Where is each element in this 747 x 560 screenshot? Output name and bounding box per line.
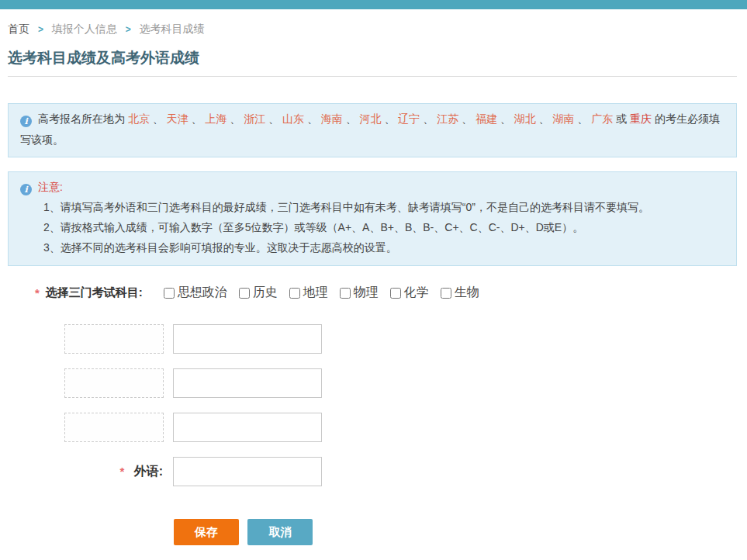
region-notice-text: i高考报名所在地为 北京 、 天津 、 上海 、 浙江 、 山东 、 海南 、 … [20, 109, 725, 150]
chevron-right-icon: > [38, 24, 43, 35]
subject-slot-1 [64, 324, 164, 354]
subject-slot-2 [64, 368, 164, 398]
top-accent-bar [0, 0, 747, 9]
province-link: 北京 [128, 112, 150, 125]
province-link: 福建 [476, 112, 497, 125]
page-title: 选考科目成绩及高考外语成绩 [8, 48, 737, 68]
province-link: 辽宁 [398, 112, 420, 125]
cancel-button[interactable]: 取消 [247, 519, 313, 545]
title-divider [8, 76, 737, 77]
subject-checkbox-label: 生物 [455, 285, 479, 301]
attention-line: 2、请按格式输入成绩，可输入数字（至多5位数字）或等级（A+、A、B+、B、B-… [43, 217, 725, 237]
subject-checkbox-6[interactable] [441, 288, 451, 299]
score-rows [64, 324, 737, 442]
subject-slot-3 [64, 413, 164, 442]
attention-notice-box: i注意: 1、请填写高考外语和三门选考科目的最好成绩，三门选考科目中如有未考、缺… [8, 171, 737, 266]
subject-checkbox-item-4[interactable]: 物理 [340, 285, 379, 301]
subject-checkbox-1[interactable] [164, 288, 175, 299]
province-link-emphasis: 重庆 [630, 112, 652, 125]
score-row-2 [64, 368, 737, 398]
score-input-2[interactable] [173, 368, 322, 398]
attention-title: 注意: [38, 181, 63, 193]
subject-checkbox-3[interactable] [289, 288, 300, 299]
breadcrumb: 首页 > 填报个人信息 > 选考科目成绩 [8, 22, 737, 36]
province-link: 上海 [205, 112, 227, 125]
score-input-3[interactable] [173, 413, 322, 442]
region-notice-box: i高考报名所在地为 北京 、 天津 、 上海 、 浙江 、 山东 、 海南 、 … [8, 103, 737, 157]
province-link: 江苏 [437, 112, 458, 125]
province-link: 山东 [282, 112, 304, 125]
subject-checkbox-label: 地理 [303, 285, 328, 301]
subject-checkbox-group: 思想政治历史地理物理化学生物 [164, 285, 491, 301]
score-row-3 [64, 413, 737, 442]
region-notice-prefix: 高考报名所在地为 [38, 112, 128, 125]
subject-checkbox-label: 物理 [354, 285, 379, 301]
subject-checkbox-5[interactable] [390, 288, 401, 299]
breadcrumb-item-personal-info[interactable]: 填报个人信息 [52, 22, 117, 35]
province-link: 湖北 [514, 112, 536, 125]
subject-checkbox-item-5[interactable]: 化学 [390, 285, 429, 301]
score-input-1[interactable] [173, 324, 322, 354]
subject-checkbox-item-2[interactable]: 历史 [239, 285, 278, 301]
subject-checkbox-item-3[interactable]: 地理 [289, 285, 328, 301]
subjects-select-row: * 选择三门考试科目: 思想政治历史地理物理化学生物 [35, 285, 737, 301]
attention-line: 1、请填写高考外语和三门选考科目的最好成绩，三门选考科目中如有未考、缺考请填写“… [43, 197, 725, 217]
foreign-language-label-box: * 外语: [8, 464, 164, 480]
info-icon: i [20, 184, 32, 195]
subject-checkbox-4[interactable] [340, 288, 351, 299]
province-link: 河北 [360, 112, 382, 125]
required-marker: * [35, 286, 40, 299]
subject-checkbox-label: 思想政治 [178, 285, 227, 301]
page-content: 首页 > 填报个人信息 > 选考科目成绩 选考科目成绩及高考外语成绩 i高考报名… [0, 22, 747, 560]
subjects-label: 选择三门考试科目: [46, 285, 143, 300]
subject-checkbox-label: 历史 [253, 285, 278, 301]
province-list: 北京 、 天津 、 上海 、 浙江 、 山东 、 海南 、 河北 、 辽宁 、 … [128, 112, 652, 125]
subject-checkbox-item-6[interactable]: 生物 [441, 285, 479, 301]
subject-checkbox-item-1[interactable]: 思想政治 [164, 285, 227, 301]
attention-title-row: i注意: [20, 177, 725, 197]
attention-line: 3、选择不同的选考科目会影响可填报的专业。这取决于志愿高校的设置。 [43, 237, 725, 258]
breadcrumb-item-current: 选考科目成绩 [140, 22, 205, 35]
save-button[interactable]: 保存 [174, 519, 239, 545]
province-link: 湖南 [552, 112, 574, 125]
subject-checkbox-2[interactable] [239, 288, 250, 299]
province-link: 天津 [167, 112, 188, 125]
score-row-1 [64, 324, 737, 354]
foreign-language-label: 外语: [134, 465, 163, 478]
required-marker: * [119, 465, 124, 478]
chevron-right-icon: > [126, 24, 131, 35]
province-link: 浙江 [244, 112, 265, 125]
form-actions: 保存 取消 [174, 519, 737, 545]
province-link: 广东 [591, 112, 613, 125]
subject-checkbox-label: 化学 [404, 285, 429, 301]
attention-lines: 1、请填写高考外语和三门选考科目的最好成绩，三门选考科目中如有未考、缺考请填写“… [43, 197, 725, 258]
province-link: 海南 [321, 112, 343, 125]
info-icon: i [20, 116, 32, 127]
breadcrumb-item-home[interactable]: 首页 [8, 22, 29, 35]
foreign-language-input[interactable] [173, 457, 322, 486]
foreign-language-row: * 外语: [8, 457, 737, 486]
